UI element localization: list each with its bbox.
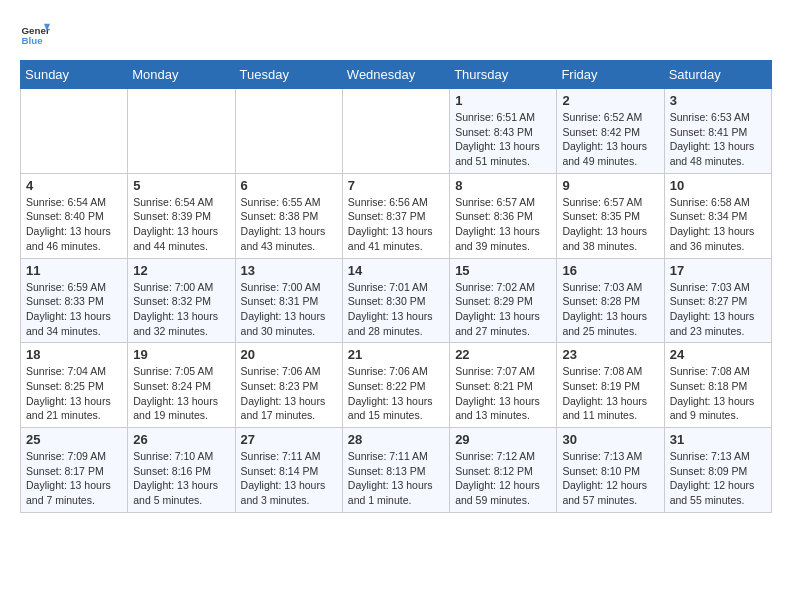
day-number: 10 — [670, 178, 766, 193]
day-info: Sunrise: 7:00 AM Sunset: 8:31 PM Dayligh… — [241, 280, 337, 339]
day-info: Sunrise: 6:59 AM Sunset: 8:33 PM Dayligh… — [26, 280, 122, 339]
day-number: 23 — [562, 347, 658, 362]
day-info: Sunrise: 7:05 AM Sunset: 8:24 PM Dayligh… — [133, 364, 229, 423]
column-header-friday: Friday — [557, 61, 664, 89]
calendar-cell: 16Sunrise: 7:03 AM Sunset: 8:28 PM Dayli… — [557, 258, 664, 343]
calendar-cell: 24Sunrise: 7:08 AM Sunset: 8:18 PM Dayli… — [664, 343, 771, 428]
day-info: Sunrise: 7:11 AM Sunset: 8:14 PM Dayligh… — [241, 449, 337, 508]
day-number: 26 — [133, 432, 229, 447]
calendar-cell: 8Sunrise: 6:57 AM Sunset: 8:36 PM Daylig… — [450, 173, 557, 258]
logo: General Blue — [20, 20, 50, 50]
calendar-cell: 4Sunrise: 6:54 AM Sunset: 8:40 PM Daylig… — [21, 173, 128, 258]
calendar-cell: 15Sunrise: 7:02 AM Sunset: 8:29 PM Dayli… — [450, 258, 557, 343]
day-info: Sunrise: 7:03 AM Sunset: 8:28 PM Dayligh… — [562, 280, 658, 339]
day-number: 11 — [26, 263, 122, 278]
day-number: 21 — [348, 347, 444, 362]
week-row-1: 1Sunrise: 6:51 AM Sunset: 8:43 PM Daylig… — [21, 89, 772, 174]
calendar-cell: 12Sunrise: 7:00 AM Sunset: 8:32 PM Dayli… — [128, 258, 235, 343]
logo-icon: General Blue — [20, 20, 50, 50]
calendar-cell: 9Sunrise: 6:57 AM Sunset: 8:35 PM Daylig… — [557, 173, 664, 258]
calendar-cell: 26Sunrise: 7:10 AM Sunset: 8:16 PM Dayli… — [128, 428, 235, 513]
day-number: 13 — [241, 263, 337, 278]
calendar-cell — [235, 89, 342, 174]
column-header-sunday: Sunday — [21, 61, 128, 89]
calendar-cell: 23Sunrise: 7:08 AM Sunset: 8:19 PM Dayli… — [557, 343, 664, 428]
day-info: Sunrise: 7:07 AM Sunset: 8:21 PM Dayligh… — [455, 364, 551, 423]
week-row-2: 4Sunrise: 6:54 AM Sunset: 8:40 PM Daylig… — [21, 173, 772, 258]
calendar-cell: 18Sunrise: 7:04 AM Sunset: 8:25 PM Dayli… — [21, 343, 128, 428]
day-number: 28 — [348, 432, 444, 447]
day-info: Sunrise: 7:06 AM Sunset: 8:22 PM Dayligh… — [348, 364, 444, 423]
calendar-cell: 28Sunrise: 7:11 AM Sunset: 8:13 PM Dayli… — [342, 428, 449, 513]
day-number: 18 — [26, 347, 122, 362]
day-number: 1 — [455, 93, 551, 108]
calendar-cell: 5Sunrise: 6:54 AM Sunset: 8:39 PM Daylig… — [128, 173, 235, 258]
day-number: 12 — [133, 263, 229, 278]
week-row-3: 11Sunrise: 6:59 AM Sunset: 8:33 PM Dayli… — [21, 258, 772, 343]
day-number: 24 — [670, 347, 766, 362]
column-header-wednesday: Wednesday — [342, 61, 449, 89]
day-info: Sunrise: 7:08 AM Sunset: 8:19 PM Dayligh… — [562, 364, 658, 423]
week-row-5: 25Sunrise: 7:09 AM Sunset: 8:17 PM Dayli… — [21, 428, 772, 513]
svg-text:Blue: Blue — [22, 35, 44, 46]
calendar-cell: 22Sunrise: 7:07 AM Sunset: 8:21 PM Dayli… — [450, 343, 557, 428]
page-header: General Blue — [20, 20, 772, 50]
calendar-cell: 19Sunrise: 7:05 AM Sunset: 8:24 PM Dayli… — [128, 343, 235, 428]
day-number: 6 — [241, 178, 337, 193]
day-number: 16 — [562, 263, 658, 278]
day-number: 2 — [562, 93, 658, 108]
day-info: Sunrise: 7:13 AM Sunset: 8:10 PM Dayligh… — [562, 449, 658, 508]
day-info: Sunrise: 6:58 AM Sunset: 8:34 PM Dayligh… — [670, 195, 766, 254]
calendar-cell: 17Sunrise: 7:03 AM Sunset: 8:27 PM Dayli… — [664, 258, 771, 343]
day-number: 8 — [455, 178, 551, 193]
calendar-cell: 6Sunrise: 6:55 AM Sunset: 8:38 PM Daylig… — [235, 173, 342, 258]
calendar-cell: 2Sunrise: 6:52 AM Sunset: 8:42 PM Daylig… — [557, 89, 664, 174]
day-number: 7 — [348, 178, 444, 193]
day-info: Sunrise: 7:11 AM Sunset: 8:13 PM Dayligh… — [348, 449, 444, 508]
day-info: Sunrise: 7:04 AM Sunset: 8:25 PM Dayligh… — [26, 364, 122, 423]
day-info: Sunrise: 6:56 AM Sunset: 8:37 PM Dayligh… — [348, 195, 444, 254]
day-info: Sunrise: 7:01 AM Sunset: 8:30 PM Dayligh… — [348, 280, 444, 339]
day-number: 5 — [133, 178, 229, 193]
day-info: Sunrise: 7:00 AM Sunset: 8:32 PM Dayligh… — [133, 280, 229, 339]
calendar-cell: 1Sunrise: 6:51 AM Sunset: 8:43 PM Daylig… — [450, 89, 557, 174]
calendar-cell: 10Sunrise: 6:58 AM Sunset: 8:34 PM Dayli… — [664, 173, 771, 258]
day-info: Sunrise: 7:13 AM Sunset: 8:09 PM Dayligh… — [670, 449, 766, 508]
calendar-cell: 30Sunrise: 7:13 AM Sunset: 8:10 PM Dayli… — [557, 428, 664, 513]
week-row-4: 18Sunrise: 7:04 AM Sunset: 8:25 PM Dayli… — [21, 343, 772, 428]
day-number: 29 — [455, 432, 551, 447]
column-header-thursday: Thursday — [450, 61, 557, 89]
day-info: Sunrise: 7:06 AM Sunset: 8:23 PM Dayligh… — [241, 364, 337, 423]
day-info: Sunrise: 6:53 AM Sunset: 8:41 PM Dayligh… — [670, 110, 766, 169]
day-number: 9 — [562, 178, 658, 193]
calendar-table: SundayMondayTuesdayWednesdayThursdayFrid… — [20, 60, 772, 513]
calendar-cell: 27Sunrise: 7:11 AM Sunset: 8:14 PM Dayli… — [235, 428, 342, 513]
day-info: Sunrise: 7:03 AM Sunset: 8:27 PM Dayligh… — [670, 280, 766, 339]
calendar-cell — [21, 89, 128, 174]
day-info: Sunrise: 7:12 AM Sunset: 8:12 PM Dayligh… — [455, 449, 551, 508]
day-info: Sunrise: 6:52 AM Sunset: 8:42 PM Dayligh… — [562, 110, 658, 169]
column-header-tuesday: Tuesday — [235, 61, 342, 89]
calendar-header-row: SundayMondayTuesdayWednesdayThursdayFrid… — [21, 61, 772, 89]
day-number: 25 — [26, 432, 122, 447]
day-number: 4 — [26, 178, 122, 193]
calendar-cell: 29Sunrise: 7:12 AM Sunset: 8:12 PM Dayli… — [450, 428, 557, 513]
day-info: Sunrise: 7:08 AM Sunset: 8:18 PM Dayligh… — [670, 364, 766, 423]
calendar-cell: 14Sunrise: 7:01 AM Sunset: 8:30 PM Dayli… — [342, 258, 449, 343]
calendar-cell: 20Sunrise: 7:06 AM Sunset: 8:23 PM Dayli… — [235, 343, 342, 428]
calendar-cell: 11Sunrise: 6:59 AM Sunset: 8:33 PM Dayli… — [21, 258, 128, 343]
day-info: Sunrise: 7:09 AM Sunset: 8:17 PM Dayligh… — [26, 449, 122, 508]
calendar-cell: 13Sunrise: 7:00 AM Sunset: 8:31 PM Dayli… — [235, 258, 342, 343]
day-info: Sunrise: 6:51 AM Sunset: 8:43 PM Dayligh… — [455, 110, 551, 169]
day-number: 31 — [670, 432, 766, 447]
day-info: Sunrise: 6:55 AM Sunset: 8:38 PM Dayligh… — [241, 195, 337, 254]
calendar-cell: 21Sunrise: 7:06 AM Sunset: 8:22 PM Dayli… — [342, 343, 449, 428]
column-header-monday: Monday — [128, 61, 235, 89]
calendar-cell: 3Sunrise: 6:53 AM Sunset: 8:41 PM Daylig… — [664, 89, 771, 174]
calendar-cell: 7Sunrise: 6:56 AM Sunset: 8:37 PM Daylig… — [342, 173, 449, 258]
day-number: 14 — [348, 263, 444, 278]
day-number: 27 — [241, 432, 337, 447]
calendar-cell — [128, 89, 235, 174]
day-info: Sunrise: 6:54 AM Sunset: 8:39 PM Dayligh… — [133, 195, 229, 254]
day-number: 3 — [670, 93, 766, 108]
